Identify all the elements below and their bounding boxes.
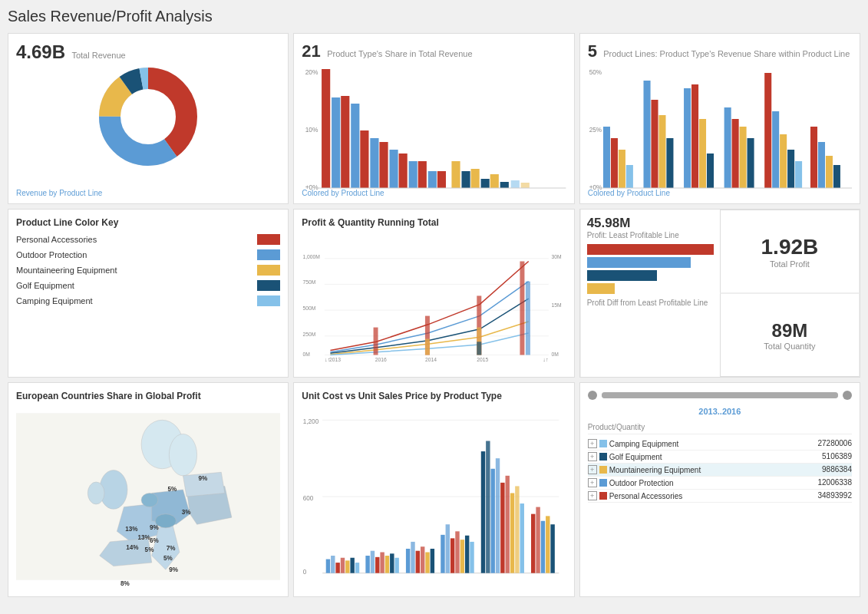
table-row-2[interactable]: + Mountaineering Equipment 9886384 — [588, 464, 852, 477]
svg-rect-12 — [361, 130, 369, 188]
legend-item-3: Golf Equipment — [16, 280, 280, 291]
expand-icon-3[interactable]: + — [588, 478, 597, 487]
revenue-label: Total Revenue — [71, 51, 125, 60]
svg-rect-142 — [451, 538, 454, 573]
range-handle-right[interactable] — [843, 391, 852, 400]
table-row-0[interactable]: + Camping Equipment 27280006 — [588, 437, 852, 451]
svg-rect-14 — [399, 154, 408, 188]
svg-text:600: 600 — [303, 495, 314, 502]
svg-text:7%: 7% — [167, 545, 177, 552]
svg-rect-146 — [470, 542, 474, 573]
svg-rect-140 — [441, 535, 445, 573]
color-sq-3 — [599, 479, 607, 487]
color-sq-4 — [599, 492, 607, 500]
running-chart: 1,000M 750M 500M 250M 0M 30M 15M 0M — [302, 231, 566, 369]
svg-text:9%: 9% — [169, 566, 179, 573]
range-label: 2013..2016 — [698, 407, 741, 416]
expand-icon-2[interactable]: + — [588, 465, 597, 474]
legend-swatch-0 — [257, 234, 280, 245]
quantity-value: 89M — [772, 320, 808, 342]
svg-point-92 — [87, 482, 104, 504]
svg-rect-39 — [643, 81, 650, 188]
svg-text:20%: 20% — [305, 68, 318, 76]
color-sq-1 — [599, 453, 607, 460]
svg-rect-127 — [366, 556, 370, 573]
profit-value: 1.92B — [761, 235, 819, 259]
running-title: Profit & Quantity Running Total — [302, 217, 566, 228]
row0-name: + Camping Equipment — [588, 439, 798, 448]
svg-rect-22 — [428, 171, 437, 188]
range-fill — [602, 392, 838, 398]
expand-icon-1[interactable]: + — [588, 452, 597, 461]
table-row-1[interactable]: + Golf Equipment 5106389 — [588, 451, 852, 464]
svg-text:250M: 250M — [303, 332, 316, 337]
table-body: + Camping Equipment 27280006 + Golf Equi… — [588, 437, 852, 503]
svg-rect-136 — [416, 551, 420, 573]
svg-rect-54 — [787, 150, 794, 188]
bar2-count: 5 — [588, 41, 597, 61]
svg-rect-36 — [611, 138, 618, 188]
svg-text:25%: 25% — [589, 126, 602, 134]
unit-chart: 1,200 600 0 — [302, 404, 566, 589]
running-card: Profit & Quantity Running Total 1,000M 7… — [293, 209, 574, 378]
map-title: European Countries Share in Global Profi… — [16, 391, 280, 401]
total-quantity-box: 89M Total Quantity — [720, 293, 860, 377]
page-title: Sales Revenue/Profit Analysis — [8, 8, 860, 25]
expand-icon-0[interactable]: + — [588, 439, 597, 448]
svg-text:↓↑: ↓↑ — [325, 356, 330, 363]
svg-text:13%: 13% — [125, 526, 138, 533]
expand-icon-4[interactable]: + — [588, 491, 597, 500]
svg-rect-124 — [345, 560, 349, 573]
svg-rect-23 — [452, 161, 460, 188]
bar2-header: 5 Product Lines: Product Type's Revenue … — [588, 41, 852, 61]
col-header-name: Product/Quantity — [588, 423, 798, 431]
svg-rect-13 — [380, 142, 388, 188]
profit-lines-sub: Profit Diff from Least Profitable Line — [587, 299, 714, 307]
svg-rect-130 — [381, 552, 384, 573]
svg-rect-132 — [390, 553, 394, 573]
table-header: Product/Quantity — [588, 423, 852, 434]
bar2-card: 5 Product Lines: Product Type's Revenue … — [579, 33, 860, 204]
profit-line-blue — [587, 257, 691, 268]
color-sq-0 — [599, 440, 607, 447]
quantity-label: Total Quantity — [764, 342, 815, 351]
svg-rect-160 — [551, 524, 555, 573]
svg-text:2016: 2016 — [375, 357, 387, 362]
svg-rect-30 — [521, 183, 530, 188]
legend-label-3: Golf Equipment — [16, 281, 251, 290]
profit-lines-box: 45.98M Profit: Least Profitable Line Pro… — [580, 210, 720, 377]
row1-name: + Golf Equipment — [588, 452, 798, 461]
svg-text:5%: 5% — [168, 486, 178, 493]
svg-rect-74 — [520, 261, 525, 355]
revenue-value: 4.69B — [16, 41, 65, 62]
svg-text:6%: 6% — [150, 537, 160, 544]
map-area: 5% 9% 3% 9% 13% 13% 6% 14% 5% 7% 5% 9% 8… — [16, 404, 280, 589]
svg-rect-148 — [486, 441, 490, 573]
legend-swatch-1 — [257, 249, 280, 260]
svg-rect-141 — [446, 524, 450, 573]
color-sq-2 — [599, 466, 607, 474]
legend-label-0: Personal Accessories — [16, 235, 251, 244]
bar2-sub-label: Colored by Product Line — [588, 189, 670, 197]
svg-point-6 — [121, 90, 175, 144]
svg-rect-144 — [460, 540, 464, 573]
svg-rect-50 — [747, 138, 754, 188]
table-card: 2013..2016 Product/Quantity + Camping Eq… — [579, 382, 860, 597]
row3-val: 12006338 — [798, 478, 852, 487]
svg-text:2013: 2013 — [329, 357, 341, 362]
range-slider[interactable] — [588, 391, 852, 400]
svg-rect-151 — [500, 483, 504, 573]
svg-rect-57 — [818, 142, 825, 188]
bar2-label: Product Lines: Product Type's Revenue Sh… — [603, 49, 850, 58]
table-row-4[interactable]: + Personal Accessories 34893992 — [588, 490, 852, 503]
svg-rect-138 — [426, 552, 430, 573]
range-label-display: 2013..2016 — [588, 406, 852, 417]
svg-rect-19 — [371, 138, 379, 188]
svg-text:30M: 30M — [552, 254, 562, 259]
table-row-3[interactable]: + Outdoor Protection 12006338 — [588, 477, 852, 490]
legend-swatch-3 — [257, 280, 280, 291]
svg-rect-159 — [546, 516, 550, 573]
row4-name: + Personal Accessories — [588, 491, 798, 500]
svg-text:10%: 10% — [305, 126, 318, 134]
range-handle-left[interactable] — [588, 391, 597, 400]
